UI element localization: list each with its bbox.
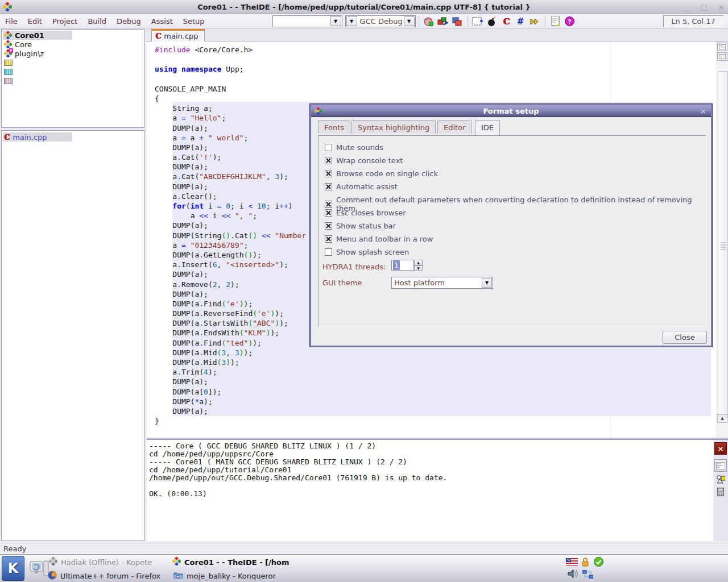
code-line: DUMP(a); [155,162,306,172]
tab-main-cpp[interactable]: C main.cpp [151,29,205,41]
checkbox-show-splash-screen[interactable]: Show splash screen [325,248,409,256]
dialog-titlebar[interactable]: Format setup × [311,105,711,117]
menu-file[interactable]: File [0,15,23,28]
build-package-icon[interactable] [436,15,450,28]
dialog-tab-fonts[interactable]: Fonts [318,120,350,134]
checkbox-show-status-bar[interactable]: Show status bar [325,222,396,230]
task-theide[interactable]: Core01 - - TheIDE - [/hom [172,556,289,568]
debug-view-icon[interactable] [714,473,727,485]
package-item--ide-aux-[interactable] [2,67,144,76]
aux-folder-icon [4,69,13,75]
chevron-down-icon[interactable]: ▼ [482,278,492,288]
checkbox-box[interactable] [325,183,332,190]
split-horizontal-icon[interactable] [717,43,727,51]
build-method-combo[interactable]: ▼ GCC Debug ▼ [345,15,416,27]
file-item-main-cpp[interactable]: C main.cpp [2,132,144,142]
checkbox-box[interactable] [325,222,332,230]
checkbox-box[interactable] [325,235,332,243]
checkbox-menu-and-toolbar[interactable]: Menu and toolbar in a row [325,235,433,243]
package-item--temp-aux-[interactable] [2,76,144,85]
recompile-icon[interactable]: C [499,15,514,28]
window-titlebar[interactable]: Core01 - - TheIDE - [/home/ped/upp/tutor… [0,0,728,14]
file-list[interactable]: C main.cpp [1,130,144,541]
show-desktop-button[interactable] [28,558,51,580]
split-vertical-icon[interactable] [717,52,727,61]
package-item--prj-aux-[interactable] [2,58,144,67]
menu-project[interactable]: Project [47,15,82,28]
package-item-core[interactable]: Core [2,40,144,49]
scroll-up-icon[interactable]: ▲ [717,414,727,423]
hydra-threads-spinner[interactable]: 1 ▲ ▼ [391,260,423,271]
dialog-tab-syntax-highlighting[interactable]: Syntax highlighting [351,120,436,134]
package-item-plugin-z[interactable]: Fplugin\z [2,49,144,58]
chevron-down-icon[interactable]: ▼ [404,16,415,26]
menu-build[interactable]: Build [82,15,111,28]
main-combo[interactable]: ▼ [272,15,342,27]
checkbox-box[interactable] [325,170,332,177]
dialog-close-icon[interactable]: × [700,107,706,115]
menu-edit[interactable]: Edit [23,15,47,28]
assist-icon[interactable] [422,15,436,28]
hydra-threads-value[interactable]: 1 [391,260,414,271]
console-line: ----- Core ( GCC DEBUG SHARED BLITZ LINU… [149,442,713,450]
checkbox-esc-closes-browser[interactable]: Esc closes browser [325,209,406,217]
chevron-down-icon[interactable]: ▼ [346,16,357,26]
status-green-icon[interactable] [594,557,603,568]
scrollbar-thumb[interactable] [718,71,728,418]
console-log-icon[interactable] [714,459,727,472]
console-line: OK. (0:00.13) [149,490,713,498]
kmenu-button[interactable]: K [2,556,24,581]
menu-debug[interactable]: Debug [111,15,146,28]
code-line: CONSOLE_APP_MAIN [155,84,306,94]
lock-icon[interactable] [581,557,590,568]
package-item-core01[interactable]: Core01 [2,31,144,40]
console-log-icon[interactable] [548,15,562,28]
sync-files-icon[interactable] [450,15,465,28]
checkbox-wrap-console-text[interactable]: Wrap console text [325,156,403,165]
checkbox-box[interactable] [325,144,332,151]
task-konqueror[interactable]: moje_baliky - Konqueror [173,569,276,582]
menu-assist[interactable]: Assist [146,15,178,28]
preprocess-icon[interactable]: # [514,15,528,28]
maximize-button[interactable]: □ [700,3,709,11]
chevron-down-icon[interactable]: ▼ [330,16,341,26]
code-line [155,74,306,84]
debug-bomb-icon[interactable] [485,15,499,28]
checkbox-browse-code-on[interactable]: Browse code on single click [325,169,438,178]
checkbox-box[interactable] [325,201,332,208]
task-kopete[interactable]: Hadiak (Offline) - Kopete [49,556,152,568]
gui-theme-combo[interactable]: Host platform ▼ [391,277,493,289]
task-firefox[interactable]: Ultimate++ forum - Firefox [48,569,160,582]
checkbox-box[interactable] [325,209,332,217]
network-icon[interactable] [582,570,593,580]
console-line: cd /home/ped/upp/tutorial/Core01 [149,466,713,474]
keyboard-flag-icon[interactable] [566,558,578,567]
editor-vscrollbar[interactable]: ▲ [717,41,728,438]
close-console-button[interactable]: × [714,442,727,455]
checkbox-mute-sounds[interactable]: Mute sounds [325,143,383,152]
minimize-button[interactable]: _ [682,3,692,11]
scrollbar-grip [721,242,726,250]
menu-setup[interactable]: Setup [178,15,210,28]
package-icon [4,31,12,39]
help-icon[interactable]: ? [562,15,577,28]
volume-icon[interactable] [567,568,579,581]
designer-icon[interactable] [471,15,485,28]
editor-tabbar: C main.cpp [147,29,728,41]
close-button[interactable]: × [717,3,726,11]
spin-up-icon[interactable]: ▲ [414,260,423,265]
package-list[interactable]: Core01CoreFplugin\z [1,29,144,128]
calculator-icon[interactable] [714,485,727,498]
theide-icon [172,557,181,567]
checkbox-box[interactable] [325,157,332,164]
run-icon[interactable] [528,15,542,28]
checkbox-box[interactable] [325,248,332,256]
build-console[interactable]: ----- Core ( GCC DEBUG SHARED BLITZ LINU… [147,439,713,541]
code-line: DUMP(a.Find("ted")); [155,338,306,348]
checkbox-automatic-assist[interactable]: Automatic assist [325,182,398,191]
dialog-close-button[interactable]: Close [663,331,707,344]
dialog-tab-editor[interactable]: Editor [437,120,471,134]
status-text: Ready [3,544,26,553]
dialog-tab-ide[interactable]: IDE [475,120,500,135]
spin-down-icon[interactable]: ▼ [414,265,423,271]
